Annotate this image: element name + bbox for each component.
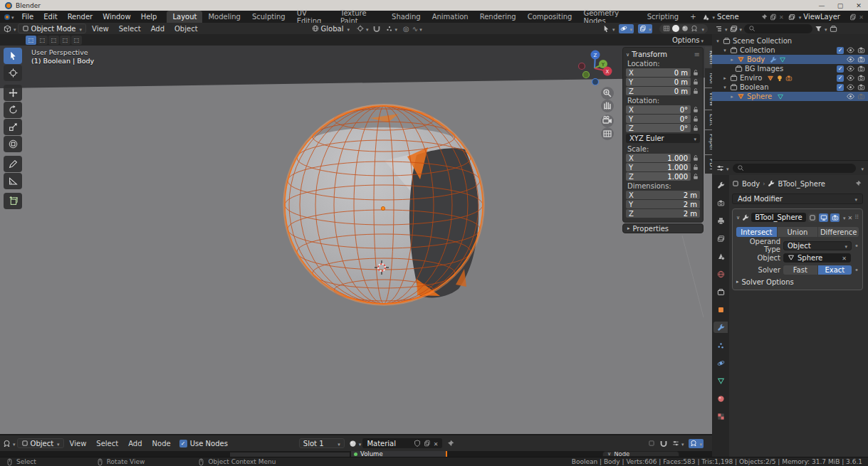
tab-edit[interactable]: Edit [705, 110, 712, 129]
collapse-icon[interactable]: ∨ [736, 215, 740, 221]
camera-visibility-icon[interactable] [857, 46, 865, 54]
node-sidebar-tab[interactable]: ∨ Node [602, 451, 679, 457]
scale-y-field[interactable]: Y1.000 [626, 163, 691, 171]
menu-render[interactable]: Render [63, 11, 98, 23]
camera-visibility-icon[interactable] [857, 92, 865, 100]
lock-icon[interactable] [691, 88, 700, 95]
wireframe-shading-icon[interactable] [663, 25, 670, 32]
annotate-tool[interactable] [4, 156, 22, 172]
outliner-search-input[interactable] [744, 24, 812, 33]
measure-tool[interactable] [4, 173, 22, 189]
menu-add[interactable]: Add [124, 440, 146, 448]
clear-object-icon[interactable] [842, 254, 847, 262]
maximize-button[interactable]: ▢ [831, 0, 849, 11]
show-gizmo-dropdown[interactable] [602, 25, 615, 33]
outliner-row-body[interactable]: ▸ Body [712, 55, 868, 64]
minimize-button[interactable]: — [812, 0, 831, 11]
zoom-control[interactable] [601, 87, 614, 100]
copy-icon[interactable] [770, 14, 777, 21]
menu-view[interactable]: View [88, 25, 113, 33]
menu-window[interactable]: Window [98, 11, 135, 23]
eye-icon[interactable] [847, 83, 854, 91]
copy-icon[interactable] [849, 14, 857, 21]
disclosure-icon[interactable]: ▸ [729, 57, 735, 63]
eye-icon[interactable] [847, 55, 854, 63]
select-mode-invert[interactable]: ⬚ [60, 36, 70, 45]
lock-icon[interactable] [691, 106, 700, 113]
pivot-dropdown[interactable] [386, 25, 398, 33]
tab-object-data[interactable] [713, 375, 728, 386]
tab-particles[interactable] [713, 339, 728, 351]
camera-view-control[interactable] [601, 115, 614, 127]
dimensions-y-field[interactable]: Y2 m [626, 200, 700, 208]
snap-element-button[interactable] [648, 440, 655, 447]
pan-control[interactable] [601, 100, 614, 112]
viewport-3d[interactable]: Z Y X [0, 34, 712, 434]
arrange-dropdown[interactable] [672, 440, 684, 448]
workspace-tab-modeling[interactable]: Modeling [202, 11, 246, 23]
camera-visibility-icon[interactable] [857, 65, 865, 73]
camera-visibility-icon[interactable] [857, 83, 865, 91]
lock-icon[interactable] [691, 78, 700, 85]
workspace-tab-geometry-nodes[interactable]: Geometry Nodes [577, 11, 641, 23]
workspace-tab-animation[interactable]: Animation [427, 11, 474, 23]
shader-type-dropdown[interactable]: Object [17, 438, 64, 448]
proportional-editing-toggle[interactable]: ◎ [403, 25, 409, 33]
workspace-tab-layout[interactable]: Layout [167, 11, 202, 23]
select-mode-new[interactable]: ⬚ [26, 36, 36, 45]
material-output-node[interactable]: Volume [351, 451, 447, 457]
eye-icon[interactable] [847, 92, 854, 100]
display-mode-dropdown[interactable] [730, 25, 743, 33]
camera-visibility-icon[interactable] [857, 74, 865, 82]
select-mode-intersect[interactable]: ⬚ [71, 36, 82, 45]
disclosure-icon[interactable]: ▾ [715, 38, 721, 44]
browse-material-button[interactable] [349, 440, 362, 448]
solver-options-fold[interactable]: ▸ Solver Options [736, 277, 859, 287]
menu-select[interactable]: Select [115, 25, 145, 33]
lock-icon[interactable] [691, 173, 700, 180]
editor-type-button[interactable] [716, 164, 729, 172]
properties-collapsed-panel[interactable]: ▸Properties [622, 223, 704, 233]
solid-shading-icon[interactable] [672, 25, 679, 32]
modifier-extras-dropdown[interactable] [842, 213, 846, 221]
outliner-row-enviro[interactable]: ▸ Enviro [712, 73, 868, 83]
location-x-field[interactable]: X0 m [626, 68, 691, 77]
menu-file[interactable]: File [17, 11, 39, 23]
tab-object[interactable] [713, 304, 728, 315]
fake-user-shield-icon[interactable] [414, 440, 421, 447]
breadcrumb-modifier[interactable]: BTool_Sphere [778, 180, 825, 188]
transform-panel-header[interactable]: ∨ Transform ≡ [626, 50, 700, 59]
select-mode-extend[interactable]: ⬚ [37, 36, 48, 45]
scale-x-field[interactable]: X1.000 [626, 154, 691, 162]
mode-dropdown[interactable]: Object Mode [18, 23, 87, 33]
ortho-toggle-control[interactable] [601, 127, 614, 140]
editor-type-button[interactable] [4, 25, 16, 33]
workspace-tab-shading[interactable]: Shading [386, 11, 427, 23]
scale-z-field[interactable]: Z1.000 [626, 172, 691, 181]
slot-dropdown[interactable]: Slot 1 [299, 438, 345, 448]
tab-world[interactable] [713, 268, 728, 280]
collection-checkbox[interactable] [837, 84, 844, 91]
tab-physics[interactable] [713, 357, 728, 369]
material-datablock[interactable]: Material [362, 438, 442, 448]
workspace-tab-compositing[interactable]: Compositing [522, 11, 578, 23]
edit-mode-display-toggle[interactable] [808, 213, 817, 222]
tab-output[interactable] [713, 215, 728, 226]
add-modifier-dropdown[interactable]: Add Modifier [732, 194, 863, 204]
transform-tool[interactable] [4, 136, 22, 152]
tab-view[interactable]: View [705, 88, 712, 110]
rotation-x-field[interactable]: X0° [626, 105, 691, 114]
rotate-tool[interactable] [4, 102, 22, 118]
workspace-tab-scripting[interactable]: Scripting [642, 11, 684, 23]
eye-icon[interactable] [847, 46, 854, 54]
filter-dropdown[interactable] [815, 25, 827, 33]
pin-icon[interactable] [446, 440, 454, 448]
snap-toggle[interactable] [373, 25, 380, 32]
tab-modifiers[interactable] [713, 322, 728, 333]
dimensions-z-field[interactable]: Z2 m [626, 209, 700, 218]
transform-orientation-dropdown[interactable]: Global [312, 25, 350, 33]
scale-tool[interactable] [4, 119, 22, 135]
outliner-row-bg-images[interactable]: BG Images [712, 64, 868, 73]
chevron-down-icon[interactable] [859, 164, 864, 172]
drag-handle[interactable]: ⠿ [854, 214, 859, 221]
